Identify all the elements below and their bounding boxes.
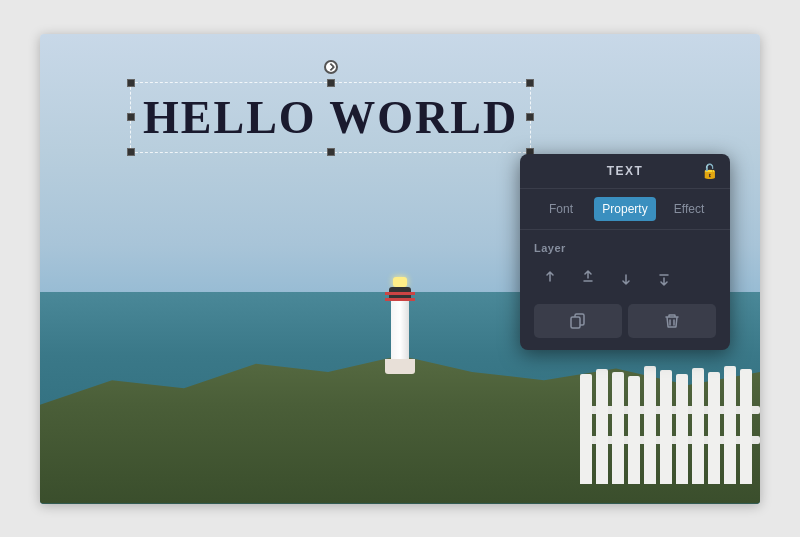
panel-title: TEXT bbox=[607, 164, 644, 178]
handle-middle-right[interactable] bbox=[526, 113, 534, 121]
tab-font[interactable]: Font bbox=[530, 197, 592, 221]
lock-icon[interactable]: 🔓 bbox=[701, 163, 718, 179]
rotate-handle[interactable] bbox=[324, 60, 338, 74]
canvas: HELLO WORLD TEXT 🔓 Font Property Effect … bbox=[40, 34, 760, 504]
text-element-selected[interactable]: HELLO WORLD bbox=[130, 82, 531, 153]
send-to-back-button[interactable] bbox=[648, 264, 680, 292]
canvas-text: HELLO WORLD bbox=[143, 91, 518, 144]
handle-middle-left[interactable] bbox=[127, 113, 135, 121]
bring-forward-icon bbox=[542, 270, 558, 286]
tab-effect[interactable]: Effect bbox=[658, 197, 720, 221]
send-backward-icon bbox=[618, 270, 634, 286]
send-backward-button[interactable] bbox=[610, 264, 642, 292]
handle-top-left[interactable] bbox=[127, 79, 135, 87]
bring-forward-button[interactable] bbox=[534, 264, 566, 292]
duplicate-button[interactable] bbox=[534, 304, 622, 338]
handle-top-middle[interactable] bbox=[327, 79, 335, 87]
delete-button[interactable] bbox=[628, 304, 716, 338]
panel-tabs: Font Property Effect bbox=[520, 189, 730, 230]
bring-to-front-button[interactable] bbox=[572, 264, 604, 292]
send-to-back-icon bbox=[656, 270, 672, 286]
action-buttons bbox=[534, 304, 716, 338]
text-panel: TEXT 🔓 Font Property Effect Layer bbox=[520, 154, 730, 350]
panel-body: Layer bbox=[520, 230, 730, 350]
handle-bottom-left[interactable] bbox=[127, 148, 135, 156]
handle-top-right[interactable] bbox=[526, 79, 534, 87]
tab-property[interactable]: Property bbox=[594, 197, 656, 221]
duplicate-icon bbox=[570, 313, 586, 329]
handle-bottom-middle[interactable] bbox=[327, 148, 335, 156]
svg-rect-3 bbox=[571, 317, 580, 328]
background-fence bbox=[580, 364, 760, 484]
layer-section-label: Layer bbox=[534, 242, 716, 254]
layer-controls bbox=[534, 264, 716, 292]
bring-to-front-icon bbox=[580, 270, 596, 286]
lighthouse bbox=[385, 277, 415, 374]
selection-border: HELLO WORLD bbox=[130, 82, 531, 153]
trash-icon bbox=[664, 313, 680, 329]
panel-header: TEXT 🔓 bbox=[520, 154, 730, 189]
